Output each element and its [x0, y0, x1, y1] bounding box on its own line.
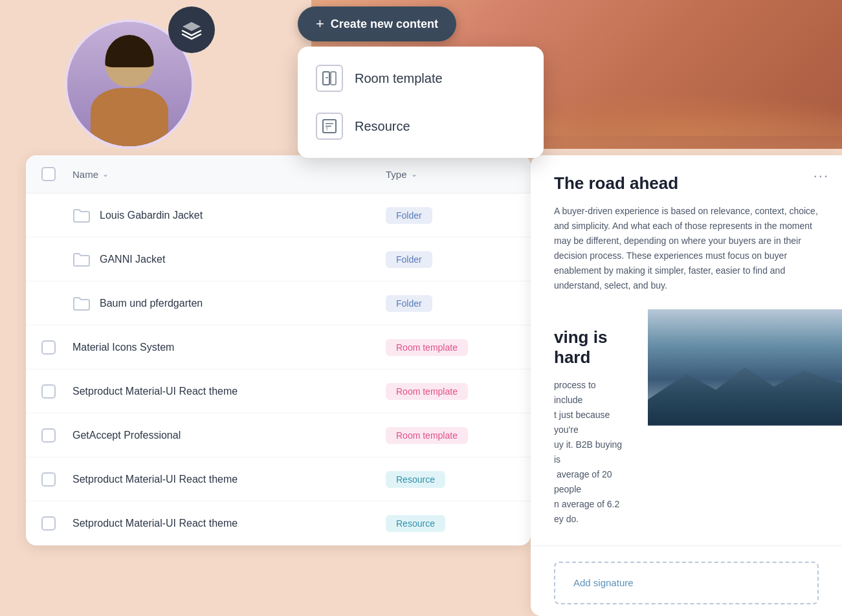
layers-icon: [180, 18, 203, 41]
dropdown-item-room-template[interactable]: Room template: [298, 54, 544, 102]
header-checkbox-cell: [41, 167, 72, 181]
row-type-cell: Folder: [386, 295, 515, 312]
row-name-cell: Baum und pferdgarten: [72, 296, 386, 311]
doc-section-2-body: process to include t just because you're…: [554, 378, 625, 527]
item-name: GetAccept Professional: [72, 430, 181, 441]
type-badge: Room template: [386, 339, 468, 356]
row-name-cell: Setproduct Material-UI React theme: [72, 474, 386, 485]
item-name: Material Icons System: [72, 342, 174, 353]
row-name-cell: GetAccept Professional: [72, 430, 386, 441]
row-name-cell: Louis Gabardin Jacket: [72, 208, 386, 223]
doc-preview-panel: ... The road ahead A buyer-driven experi…: [531, 155, 842, 616]
item-name: Baum und pferdgarten: [100, 298, 203, 309]
dropdown-item-resource[interactable]: T Resource: [298, 102, 544, 150]
type-badge: Folder: [386, 207, 432, 224]
row-type-cell: Room template: [386, 383, 515, 400]
name-column-header[interactable]: Name ⌄: [72, 169, 386, 180]
row-checkbox-cell[interactable]: [41, 516, 72, 531]
row-checkbox-cell[interactable]: [41, 384, 72, 399]
type-badge: Room template: [386, 427, 468, 444]
row-type-cell: Folder: [386, 251, 515, 268]
create-button-label: Create new content: [331, 17, 438, 31]
table-row[interactable]: Louis Gabardin Jacket Folder: [26, 193, 531, 237]
doc-section-title: The road ahead: [554, 173, 819, 193]
row-checkbox-cell[interactable]: [41, 472, 72, 487]
doc-section-signature: Add signature Nathan Lee Sales Director …: [531, 545, 842, 617]
person-hair: [105, 35, 154, 67]
row-select-checkbox[interactable]: [41, 472, 56, 487]
stack-icon-bubble[interactable]: [168, 6, 215, 53]
row-type-cell: Room template: [386, 339, 515, 356]
room-template-label: Room template: [355, 71, 443, 86]
mountain-image: [648, 309, 842, 426]
type-badge: Folder: [386, 295, 432, 312]
content-table: Name ⌄ Type ⌄ Louis Gabardin Jacket Fold…: [26, 155, 531, 545]
table-row[interactable]: Baum und pferdgarten Folder: [26, 281, 531, 325]
name-sort-icon: ⌄: [102, 170, 109, 179]
row-select-checkbox[interactable]: [41, 428, 56, 443]
svg-text:T: T: [326, 127, 329, 131]
type-header-label: Type: [386, 169, 407, 180]
row-select-checkbox[interactable]: [41, 340, 56, 355]
plus-icon: +: [316, 16, 324, 32]
row-checkbox-cell[interactable]: [41, 340, 72, 355]
row-type-cell: Resource: [386, 515, 515, 532]
table-row[interactable]: Material Icons System Room template: [26, 325, 531, 369]
type-badge: Resource: [386, 515, 445, 532]
row-name-cell: Setproduct Material-UI React theme: [72, 386, 386, 397]
table-row[interactable]: GANNI Jacket Folder: [26, 237, 531, 281]
table-row[interactable]: Setproduct Material-UI React theme Room …: [26, 369, 531, 413]
row-type-cell: Folder: [386, 207, 515, 224]
table-row[interactable]: Setproduct Material-UI React theme Resou…: [26, 501, 531, 545]
type-badge: Resource: [386, 471, 445, 488]
row-type-cell: Room template: [386, 427, 515, 444]
row-checkbox-cell[interactable]: [41, 428, 72, 443]
item-name: Louis Gabardin Jacket: [100, 210, 203, 221]
name-header-label: Name: [72, 169, 98, 180]
more-options-button[interactable]: ...: [814, 164, 829, 181]
resource-icon: T: [316, 113, 343, 140]
add-signature-link[interactable]: Add signature: [573, 577, 634, 588]
doc-section-road-ahead: The road ahead A buyer-driven experience…: [531, 155, 842, 309]
row-name-cell: Setproduct Material-UI React theme: [72, 518, 386, 529]
table-row[interactable]: GetAccept Professional Room template: [26, 413, 531, 457]
item-name: GANNI Jacket: [100, 254, 165, 265]
doc-section-2-title: ving is hard: [554, 327, 625, 368]
row-name-cell: Material Icons System: [72, 342, 386, 353]
row-name-cell: GANNI Jacket: [72, 252, 386, 267]
type-badge: Folder: [386, 251, 432, 268]
doc-section-buying-hard: ving is hard process to include t just b…: [531, 309, 842, 545]
folder-icon: [72, 296, 91, 311]
svg-rect-1: [331, 72, 336, 85]
person-head: [105, 35, 154, 87]
row-select-checkbox[interactable]: [41, 516, 56, 531]
select-all-checkbox[interactable]: [41, 167, 56, 181]
item-name: Setproduct Material-UI React theme: [72, 386, 238, 397]
folder-icon: [72, 208, 91, 223]
type-badge: Room template: [386, 383, 468, 400]
signature-box: Add signature: [554, 562, 819, 604]
table-header: Name ⌄ Type ⌄: [26, 155, 531, 193]
person-body: [91, 88, 168, 146]
folder-icon: [72, 252, 91, 267]
create-new-content-button[interactable]: + Create new content: [298, 6, 456, 41]
doc-section-body: A buyer-driven experience is based on re…: [554, 204, 819, 294]
item-name: Setproduct Material-UI React theme: [72, 474, 238, 485]
row-select-checkbox[interactable]: [41, 384, 56, 399]
resource-label: Resource: [355, 119, 410, 134]
row-type-cell: Resource: [386, 471, 515, 488]
svg-rect-0: [323, 72, 329, 85]
item-name: Setproduct Material-UI React theme: [72, 518, 238, 529]
type-sort-icon: ⌄: [411, 170, 417, 179]
type-column-header[interactable]: Type ⌄: [386, 169, 515, 180]
table-row[interactable]: Setproduct Material-UI React theme Resou…: [26, 457, 531, 501]
room-template-icon: [316, 65, 343, 92]
dropdown-menu: Room template T Resource: [298, 47, 544, 158]
doc-section-2-text: ving is hard process to include t just b…: [531, 309, 648, 545]
